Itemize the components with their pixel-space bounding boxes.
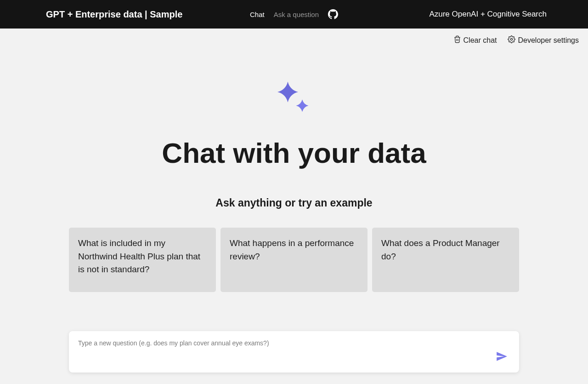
developer-settings-button[interactable]: Developer settings [508, 35, 579, 45]
example-card-3[interactable]: What does a Product Manager do? [372, 228, 519, 292]
svg-point-0 [511, 38, 513, 40]
example-card-1[interactable]: What is included in my Northwind Health … [69, 228, 216, 292]
page-title: Chat with your data [162, 137, 426, 169]
nav-ask[interactable]: Ask a question [274, 11, 319, 18]
trash-icon [453, 35, 461, 45]
nav-chat[interactable]: Chat [250, 11, 265, 18]
header: GPT + Enterprise data | Sample Chat Ask … [0, 0, 588, 29]
github-icon[interactable] [328, 9, 338, 19]
developer-settings-label: Developer settings [518, 36, 579, 45]
main-content: Chat with your data Ask anything or try … [0, 52, 588, 373]
sparkle-icon [273, 80, 315, 123]
header-nav: Chat Ask a question [250, 9, 338, 19]
gear-icon [508, 35, 515, 45]
app-title: GPT + Enterprise data | Sample [46, 9, 182, 20]
chat-input-container [69, 331, 519, 373]
example-cards: What is included in my Northwind Health … [69, 228, 519, 292]
chat-input[interactable] [78, 337, 510, 347]
example-card-2[interactable]: What happens in a performance review? [220, 228, 368, 292]
send-icon [496, 350, 508, 364]
subtitle: Ask anything or try an example [215, 197, 372, 209]
toolbar: Clear chat Developer settings [0, 29, 588, 52]
clear-chat-button[interactable]: Clear chat [453, 35, 497, 45]
header-subtitle: Azure OpenAI + Cognitive Search [429, 10, 547, 19]
clear-chat-label: Clear chat [464, 36, 497, 45]
send-button[interactable] [493, 348, 510, 366]
